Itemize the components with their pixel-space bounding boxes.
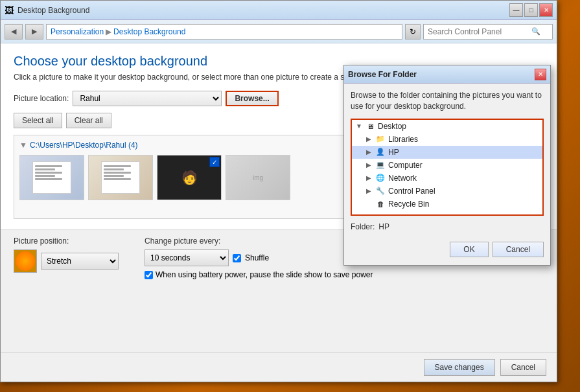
hp-icon: 👤 bbox=[375, 147, 386, 157]
dialog-close-button[interactable]: ✕ bbox=[535, 69, 546, 80]
dialog-cancel-button[interactable]: Cancel bbox=[493, 242, 544, 257]
dialog-title-bar: Browse For Folder ✕ bbox=[344, 65, 550, 84]
folder-row: Folder: HP bbox=[351, 222, 544, 231]
folder-label: Folder: bbox=[351, 222, 375, 231]
tree-item-control-panel[interactable]: ▶ 🔧 Control Panel bbox=[352, 185, 542, 198]
tree-item-network[interactable]: ▶ 🌐 Network bbox=[352, 172, 542, 185]
tree-item-libraries[interactable]: ▶ 📁 Libraries bbox=[352, 133, 542, 146]
expand-libraries-icon: ▶ bbox=[366, 135, 373, 143]
libraries-icon: 📁 bbox=[375, 134, 386, 144]
tree-item-recycle-bin[interactable]: 🗑 Recycle Bin bbox=[352, 198, 542, 211]
recycle-bin-icon: 🗑 bbox=[375, 199, 386, 209]
dialog-footer: OK Cancel bbox=[351, 238, 544, 259]
expand-computer-icon: ▶ bbox=[366, 161, 373, 168]
tree-item-hp[interactable]: ▶ 👤 HP bbox=[352, 146, 542, 159]
expand-desktop-icon: ▼ bbox=[356, 122, 362, 130]
tree-item-computer[interactable]: ▶ 💻 Computer bbox=[352, 159, 542, 172]
dialog-content: Browse to the folder containing the pict… bbox=[344, 84, 550, 265]
dialog-description: Browse to the folder containing the pict… bbox=[351, 90, 544, 112]
computer-icon: 💻 bbox=[375, 160, 386, 170]
desktop-icon: 🖥 bbox=[365, 121, 375, 132]
network-icon: 🌐 bbox=[375, 173, 386, 183]
folder-value: HP bbox=[378, 222, 389, 231]
tree-item-desktop[interactable]: ▼ 🖥 Desktop bbox=[352, 120, 542, 133]
dialog-overlay: Browse For Folder ✕ Browse to the folder… bbox=[0, 0, 580, 392]
dialog-ok-button[interactable]: OK bbox=[450, 242, 488, 257]
dialog-title: Browse For Folder bbox=[348, 70, 417, 79]
expand-control-panel-icon: ▶ bbox=[366, 187, 373, 194]
browse-folder-dialog: Browse For Folder ✕ Browse to the folder… bbox=[343, 65, 551, 266]
control-panel-icon: 🔧 bbox=[375, 186, 386, 196]
expand-network-icon: ▶ bbox=[366, 174, 373, 181]
expand-hp-icon: ▶ bbox=[366, 148, 373, 156]
folder-tree[interactable]: ▼ 🖥 Desktop ▶ 📁 Libraries ▶ 👤 HP bbox=[351, 119, 544, 216]
